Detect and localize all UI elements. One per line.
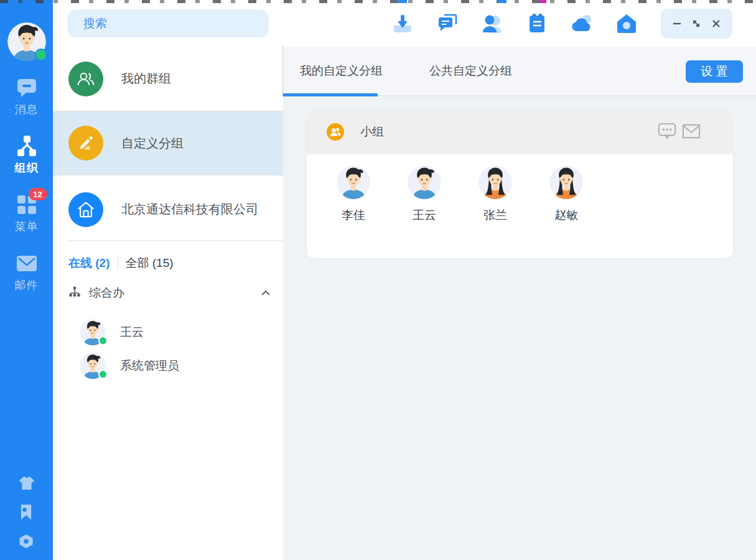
member-name: 系统管理员 bbox=[120, 358, 179, 374]
settings-button[interactable]: 设 置 bbox=[686, 60, 743, 83]
schedule-icon[interactable] bbox=[526, 13, 548, 34]
organization-icon bbox=[16, 136, 37, 157]
group-row-label: 我的群组 bbox=[121, 70, 171, 87]
member-name: 张兰 bbox=[483, 207, 507, 223]
close-button[interactable] bbox=[711, 18, 722, 29]
panel-row-my-groups[interactable]: 我的群组 bbox=[53, 50, 283, 108]
card-member[interactable]: 张兰 bbox=[472, 166, 518, 223]
member-row[interactable]: 系统管理员 bbox=[53, 350, 283, 382]
custom-group-icon bbox=[68, 126, 103, 161]
company-home-icon bbox=[68, 192, 103, 227]
online-status-dot bbox=[98, 336, 108, 345]
maximize-button[interactable] bbox=[691, 18, 702, 29]
rail-item-label: 邮件 bbox=[15, 278, 39, 292]
card-member[interactable]: 李佳 bbox=[330, 166, 376, 223]
divider bbox=[118, 257, 118, 269]
department-name: 综合办 bbox=[89, 285, 124, 301]
contacts-panel: 我的群组 自定义分组 北京通达信科技有限公司 在线 (2) 全部 (15) 综合… bbox=[53, 0, 283, 560]
rail-item-label: 组织 bbox=[15, 161, 39, 175]
chevron-up-icon[interactable] bbox=[261, 290, 271, 296]
menu-icon: 12 bbox=[16, 194, 37, 215]
member-name: 王云 bbox=[413, 207, 436, 223]
group-card-title: 小组 bbox=[360, 124, 384, 140]
content-area: 小组 李佳 bbox=[283, 98, 756, 560]
top-toolbar bbox=[283, 0, 756, 47]
chat-icon[interactable] bbox=[437, 13, 458, 34]
main-area: 我的自定义分组 公共自定义分组 设 置 小组 bbox=[283, 0, 756, 560]
tab-label: 公共自定义分组 bbox=[429, 63, 512, 79]
theme-shirt-icon[interactable] bbox=[19, 475, 35, 492]
search-input[interactable] bbox=[67, 9, 269, 37]
rail-item-mail[interactable]: 邮件 bbox=[12, 248, 41, 297]
current-user-avatar[interactable] bbox=[7, 22, 46, 61]
avatar bbox=[408, 166, 441, 199]
settings-hexagon-icon[interactable] bbox=[19, 534, 35, 550]
member-name: 王云 bbox=[120, 324, 144, 340]
comment-icon[interactable] bbox=[658, 123, 676, 141]
group-card-header[interactable]: 小组 bbox=[307, 109, 733, 154]
message-icon bbox=[16, 77, 37, 98]
my-groups-icon bbox=[68, 62, 103, 96]
home-icon[interactable] bbox=[616, 13, 637, 34]
avatar bbox=[337, 166, 370, 199]
window-controls bbox=[661, 9, 732, 39]
avatar bbox=[478, 166, 512, 199]
card-member[interactable]: 王云 bbox=[401, 166, 447, 223]
all-filter[interactable]: 全部 (15) bbox=[126, 255, 174, 271]
panel-row-custom-groups[interactable]: 自定义分组 bbox=[53, 111, 283, 175]
rail-nav: 消息 组织 12 菜单 邮件 bbox=[12, 72, 41, 297]
left-rail: 消息 组织 12 菜单 邮件 bbox=[0, 0, 53, 560]
active-tab-underline bbox=[283, 93, 378, 96]
minimize-button[interactable] bbox=[671, 18, 683, 29]
divider bbox=[68, 240, 283, 241]
top-clipped-pixels bbox=[0, 0, 756, 3]
messenger-app-window: 消息 组织 12 菜单 邮件 bbox=[0, 0, 756, 560]
online-status-dot bbox=[98, 370, 108, 379]
rail-item-organization[interactable]: 组织 bbox=[12, 131, 41, 180]
avatar bbox=[549, 166, 583, 199]
tab-label: 我的自定义分组 bbox=[300, 63, 383, 79]
mail-icon[interactable] bbox=[682, 123, 701, 141]
mail-icon bbox=[16, 253, 37, 274]
member-name: 李佳 bbox=[342, 207, 365, 223]
member-row[interactable]: 王云 bbox=[53, 316, 283, 348]
tab-bar: 我的自定义分组 公共自定义分组 设 置 bbox=[283, 47, 756, 96]
department-tree-icon bbox=[68, 286, 81, 300]
download-icon[interactable] bbox=[392, 13, 413, 34]
tab-public-custom-groups[interactable]: 公共自定义分组 bbox=[414, 47, 528, 95]
group-card-members: 李佳 王云 张兰 赵敏 bbox=[307, 154, 733, 223]
online-status-dot bbox=[35, 49, 47, 61]
rail-item-menu[interactable]: 12 菜单 bbox=[12, 189, 41, 239]
member-name: 赵敏 bbox=[554, 207, 578, 223]
department-row[interactable]: 综合办 bbox=[68, 283, 271, 303]
filter-counts: 在线 (2) 全部 (15) bbox=[68, 255, 174, 271]
unread-badge: 12 bbox=[29, 188, 47, 200]
panel-row-company[interactable]: 北京通达信科技有限公司 bbox=[53, 180, 283, 238]
online-filter[interactable]: 在线 (2) bbox=[68, 255, 110, 271]
group-row-label: 自定义分组 bbox=[121, 135, 184, 152]
rail-bottom-tools bbox=[19, 475, 35, 550]
tab-my-custom-groups[interactable]: 我的自定义分组 bbox=[283, 47, 398, 95]
badge-icon[interactable] bbox=[19, 505, 35, 521]
cloud-icon[interactable] bbox=[571, 13, 592, 34]
rail-item-label: 菜单 bbox=[15, 219, 39, 234]
group-row-label: 北京通达信科技有限公司 bbox=[121, 201, 258, 218]
rail-item-label: 消息 bbox=[15, 102, 39, 117]
group-icon bbox=[327, 123, 344, 141]
card-member[interactable]: 赵敏 bbox=[543, 166, 589, 223]
rail-item-messages[interactable]: 消息 bbox=[12, 72, 41, 122]
contact-icon[interactable] bbox=[482, 13, 503, 34]
group-card: 小组 李佳 bbox=[307, 109, 733, 258]
